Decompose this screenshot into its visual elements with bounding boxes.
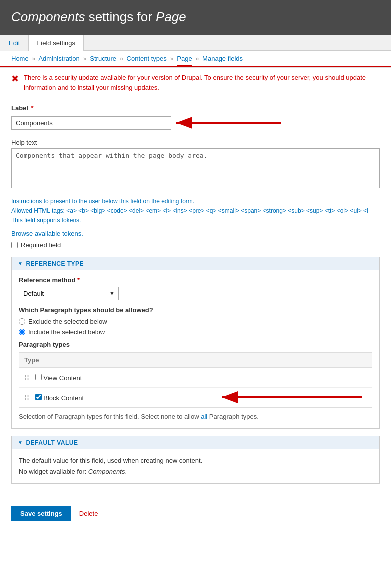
triangle-icon: ▼ — [18, 440, 23, 445]
tab-field-settings[interactable]: Field settings — [28, 35, 84, 51]
default-value-section: ▼ DEFAULT VALUE The default value for th… — [11, 436, 380, 484]
ref-method-select[interactable]: Default — [19, 287, 119, 300]
drag-handle-icon[interactable]: ⁞⁞ — [24, 373, 29, 382]
block-content-cell: ⁞⁞ Block Content — [19, 387, 372, 407]
page-title: Components settings for Page — [11, 9, 380, 25]
label-form-group: Label * — [11, 104, 380, 132]
default-value-header[interactable]: ▼ DEFAULT VALUE — [12, 436, 379, 449]
para-types-label: Paragraph types — [19, 341, 372, 348]
view-content-cell: ⁞⁞ View Content — [19, 367, 372, 387]
delete-button[interactable]: Delete — [79, 510, 98, 517]
save-button[interactable]: Save settings — [11, 506, 71, 521]
default-value-line2: No widget available for: Components. — [19, 466, 372, 477]
page-header: Components settings for Page — [0, 0, 391, 35]
reference-type-header[interactable]: ▼ REFERENCE TYPE — [12, 257, 379, 270]
view-content-checkbox[interactable] — [35, 374, 42, 380]
breadcrumb-home[interactable]: Home — [11, 55, 29, 62]
table-row: ⁞⁞ View Content — [19, 367, 372, 387]
required-field-checkbox[interactable] — [11, 242, 18, 248]
tabs-bar: Edit Field settings — [0, 35, 391, 51]
default-value-label: DEFAULT VALUE — [26, 439, 78, 446]
help-text-form-group: Help text Components that appear within … — [11, 139, 380, 190]
breadcrumb-page[interactable]: Page — [177, 55, 192, 66]
default-value-line1: The default value for this field, used w… — [19, 455, 372, 466]
label-input-row — [11, 114, 380, 132]
table-row: ⁞⁞ Block Content — [19, 387, 372, 407]
reference-type-body: Reference method * Default ▼ Which Parag… — [12, 270, 379, 428]
selection-info: Selection of Paragraph types for this fi… — [19, 408, 372, 422]
breadcrumb-content-types[interactable]: Content types — [127, 55, 167, 62]
alert-text: There is a security update available for… — [24, 73, 380, 92]
exclude-label: Exclude the selected below — [28, 318, 107, 325]
breadcrumb-administration[interactable]: Administration — [38, 55, 79, 62]
all-link[interactable]: all — [201, 413, 207, 420]
breadcrumb: Home » Administration » Structure » Cont… — [0, 51, 391, 67]
triangle-icon: ▼ — [18, 261, 23, 266]
help-text-label: Help text — [11, 139, 380, 146]
breadcrumb-manage-fields[interactable]: Manage fields — [202, 55, 243, 62]
main-form: Label * Help text Components that appear… — [0, 97, 391, 498]
block-content-arrow — [217, 387, 367, 407]
exclude-radio-row: Exclude the selected below — [19, 318, 372, 325]
table-header-type: Type — [19, 352, 372, 367]
help-textarea[interactable]: Components that appear within the page b… — [11, 148, 380, 188]
para-types-table: Type ⁞⁞ View Content — [19, 352, 372, 408]
label-input[interactable] — [11, 116, 171, 130]
instructions-line1: Instructions to present to the user belo… — [11, 197, 380, 206]
ref-method-label: Reference method * — [19, 276, 372, 284]
tab-edit[interactable]: Edit — [0, 35, 28, 51]
block-content-checkbox[interactable] — [35, 394, 42, 400]
alert-icon: ✖ — [11, 73, 19, 84]
required-field-label: Required field — [21, 241, 61, 249]
default-value-body: The default value for this field, used w… — [12, 449, 379, 483]
security-alert: ✖ There is a security update available f… — [0, 67, 391, 97]
label-arrow-annotation — [171, 114, 286, 132]
block-content-label: Block Content — [43, 394, 84, 402]
include-radio[interactable] — [19, 329, 25, 335]
reference-type-label: REFERENCE TYPE — [26, 260, 84, 267]
include-label: Include the selected below — [28, 328, 105, 336]
instructions-line2: Allowed HTML tags: <a> <b> <big> <code> … — [11, 206, 380, 216]
which-para-label: Which Paragraph types should be allowed? — [19, 306, 372, 314]
include-radio-row: Include the selected below — [19, 328, 372, 336]
reference-type-section: ▼ REFERENCE TYPE Reference method * Defa… — [11, 257, 380, 429]
browse-tokens-link[interactable]: Browse available tokens. — [11, 230, 83, 237]
view-content-label: View Content — [43, 374, 82, 382]
required-field-row: Required field — [11, 241, 380, 249]
drag-handle-icon[interactable]: ⁞⁞ — [24, 393, 29, 402]
breadcrumb-structure[interactable]: Structure — [90, 55, 116, 62]
ref-method-select-wrapper: Default ▼ — [19, 287, 119, 300]
form-actions: Save settings Delete — [0, 498, 391, 529]
exclude-radio[interactable] — [19, 318, 25, 325]
instructions-line3: This field supports tokens. — [11, 216, 380, 225]
field-instructions: Instructions to present to the user belo… — [11, 197, 380, 226]
label-field-label: Label * — [11, 104, 380, 112]
default-value-italic: Components — [88, 468, 125, 475]
